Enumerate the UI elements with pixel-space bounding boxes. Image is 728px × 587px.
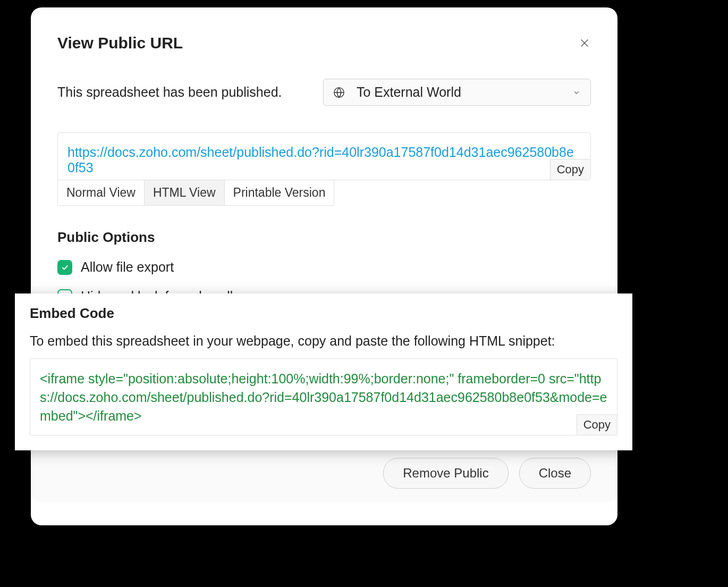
visibility-dropdown[interactable]: To External World <box>323 79 591 106</box>
dialog-footer: Remove Public Close <box>31 443 617 502</box>
copy-embed-button[interactable]: Copy <box>577 414 617 435</box>
remove-public-button[interactable]: Remove Public <box>383 458 508 489</box>
close-icon[interactable] <box>578 37 591 49</box>
embed-code-description: To embed this spreadsheet in your webpag… <box>30 333 617 349</box>
publish-status-text: This spreadsheet has been published. <box>57 85 282 100</box>
chevron-down-icon <box>572 88 581 97</box>
tab-normal-view[interactable]: Normal View <box>58 180 145 205</box>
dialog-title: View Public URL <box>57 34 183 52</box>
view-tabs: Normal View HTML View Printable Version <box>57 180 334 206</box>
checkbox-allow-export[interactable] <box>57 260 72 275</box>
embed-code-snippet[interactable]: <iframe style="position:absolute;height:… <box>40 370 607 425</box>
public-url-box: https://docs.zoho.com/sheet/published.do… <box>57 132 591 180</box>
globe-icon <box>333 87 345 98</box>
option-allow-export: Allow file export <box>57 259 591 275</box>
embed-code-title: Embed Code <box>30 305 617 322</box>
tab-html-view[interactable]: HTML View <box>145 180 225 205</box>
status-row: This spreadsheet has been published. To … <box>57 79 591 106</box>
copy-url-button[interactable]: Copy <box>550 159 590 180</box>
public-options-title: Public Options <box>57 229 591 246</box>
allow-export-label: Allow file export <box>81 259 174 275</box>
tab-printable-version[interactable]: Printable Version <box>225 180 334 205</box>
dialog-header: View Public URL <box>57 34 591 52</box>
close-button[interactable]: Close <box>519 458 591 489</box>
dropdown-selected: To External World <box>357 85 572 100</box>
embed-code-callout: Embed Code To embed this spreadsheet in … <box>15 294 632 450</box>
public-url-link[interactable]: https://docs.zoho.com/sheet/published.do… <box>67 145 581 175</box>
embed-code-box: <iframe style="position:absolute;height:… <box>30 358 617 435</box>
